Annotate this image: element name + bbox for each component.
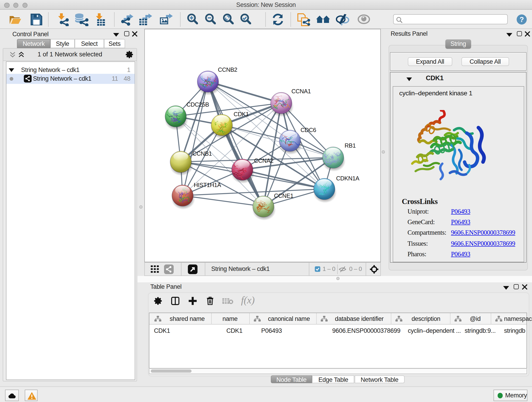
svg-text:HIST1H1A: HIST1H1A [194,182,221,188]
svg-text:CCNA2: CCNA2 [254,157,273,164]
svg-text:?: ? [520,15,524,23]
svg-text:CCNB2: CCNB2 [218,66,237,73]
svg-text:CDK1: CDK1 [234,111,249,117]
svg-text:RB1: RB1 [345,142,355,148]
svg-text:CDC25B: CDC25B [186,101,209,108]
svg-text:CDKN1A: CDKN1A [336,175,360,181]
svg-text:CCNA1: CCNA1 [291,88,311,94]
svg-text:CCNB1: CCNB1 [192,150,212,157]
svg-text:CCNE1: CCNE1 [274,192,293,199]
svg-text:CDC6: CDC6 [301,127,316,133]
